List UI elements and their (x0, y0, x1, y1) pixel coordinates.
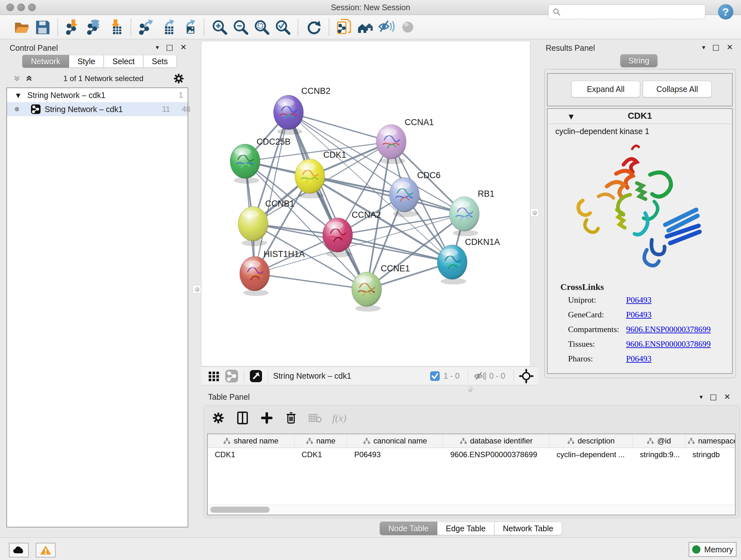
crosslink-row: Compartments:9606.ENSP00000378699 (568, 325, 728, 339)
birdseye-grid-icon[interactable] (207, 370, 220, 382)
left-splitter-handle[interactable] (193, 285, 201, 294)
show-columns-icon[interactable] (235, 411, 250, 425)
float-panel-icon[interactable]: □ (710, 392, 717, 401)
column-header-shared-name[interactable]: shared name (208, 434, 294, 448)
table-cell[interactable]: P06493 (347, 448, 443, 461)
tab-edge-table[interactable]: Edge Table (437, 522, 494, 535)
table-cell[interactable]: 9606.ENSP00000378699 (443, 448, 549, 461)
close-panel-icon[interactable]: ✕ (180, 43, 187, 52)
export-image-button[interactable] (178, 17, 199, 37)
crosslink-link[interactable]: 9606.ENSP00000378699 (626, 325, 711, 334)
close-panel-icon[interactable]: ✕ (727, 43, 733, 52)
table-cell[interactable]: stringdb (685, 448, 736, 461)
network-node-CDKN1A[interactable]: CDKN1A (437, 237, 500, 285)
column-header-canonical-name[interactable]: canonical name (347, 434, 443, 448)
tab-network[interactable]: Network (22, 55, 69, 68)
crosslink-link[interactable]: P06493 (626, 310, 651, 319)
network-row[interactable]: String Network – cdk1 11 48 (7, 102, 188, 116)
gene-card-header[interactable]: ▼ CDK1 (548, 109, 732, 124)
crosslink-link[interactable]: 9606.ENSP00000378699 (626, 339, 711, 349)
collapse-panel-icon[interactable]: ▾ (702, 44, 705, 51)
collapse-panel-icon[interactable]: ▾ (156, 44, 159, 51)
table-cell[interactable]: CDK1 (208, 448, 294, 461)
network-list-options-gear-icon[interactable] (173, 73, 185, 84)
collapse-all-networks-icon[interactable] (12, 74, 22, 83)
import-database-button[interactable] (84, 17, 105, 37)
table-cell[interactable]: CDK1 (294, 448, 347, 461)
tab-network-table[interactable]: Network Table (494, 522, 562, 535)
tree-expander-icon[interactable]: ▼ (16, 92, 20, 99)
string-gray-icon[interactable] (225, 369, 239, 383)
export-network-button[interactable] (136, 17, 157, 37)
hide-selected-button[interactable] (376, 17, 397, 37)
collapse-panel-icon[interactable]: ▾ (699, 393, 703, 401)
tab-sets[interactable]: Sets (143, 55, 177, 68)
right-splitter-handle[interactable] (530, 208, 539, 217)
tab-node-table[interactable]: Node Table (380, 522, 437, 535)
selected-checkbox-icon[interactable] (429, 371, 441, 381)
open-in-window-icon[interactable] (249, 369, 263, 383)
search-box[interactable] (548, 4, 705, 19)
crosslink-link[interactable]: P06493 (626, 295, 651, 305)
column-header-database-identifier[interactable]: database identifier (443, 434, 549, 448)
column-header-namespace[interactable]: namespace (685, 434, 736, 448)
table-row[interactable]: CDK1CDK1P064939606.ENSP00000378699cyclin… (208, 448, 735, 461)
show-all-button[interactable] (397, 17, 418, 37)
network-canvas[interactable]: CCNB2CCNA1CDC25BCDK1CDC6RB1CCNB1CCNA2CDK… (201, 41, 530, 367)
import-table-button[interactable] (105, 17, 126, 37)
import-network-button[interactable] (63, 17, 84, 37)
network-edge-CCNB2-CCNE1[interactable] (288, 112, 367, 289)
expand-all-networks-icon[interactable] (24, 74, 34, 83)
column-header-name[interactable]: name (294, 434, 347, 448)
search-input[interactable] (561, 7, 696, 17)
crosslink-link[interactable]: P06493 (626, 354, 651, 363)
zoom-out-button[interactable] (230, 17, 251, 37)
hscrollbar-thumb[interactable] (210, 507, 270, 513)
float-panel-icon[interactable]: □ (712, 43, 720, 52)
tab-string[interactable]: String (620, 54, 657, 67)
tab-select[interactable]: Select (104, 55, 143, 68)
network-graph[interactable]: CCNB2CCNA1CDC25BCDK1CDC6RB1CCNB1CCNA2CDK… (201, 41, 530, 366)
zoom-fit-button[interactable] (251, 17, 272, 37)
open-session-button[interactable] (11, 17, 32, 37)
table-options-gear-icon[interactable] (211, 411, 226, 425)
export-table-button[interactable] (157, 17, 178, 37)
table-cell[interactable]: stringdb:9... (633, 448, 685, 461)
column-header-id[interactable]: @id (633, 434, 685, 448)
network-node-CCNB2[interactable]: CCNB2 (273, 86, 331, 135)
save-session-button[interactable] (32, 17, 53, 37)
network-node-RB1[interactable]: RB1 (449, 189, 495, 236)
close-panel-icon[interactable]: ✕ (724, 392, 731, 401)
add-column-icon[interactable] (259, 411, 274, 425)
zoom-selected-button[interactable] (272, 17, 293, 37)
clone-network-button[interactable] (334, 17, 355, 37)
fit-selected-crosshair-icon[interactable] (519, 369, 534, 383)
control-panel: Control Panel ▾ □ ✕ NetworkStyleSelectSe… (3, 41, 192, 530)
home-button[interactable] (355, 17, 376, 37)
network-node-CCNA1[interactable]: CCNA1 (376, 118, 434, 164)
refresh-button[interactable] (303, 17, 324, 37)
network-node-CCNB1[interactable]: CCNB1 (238, 199, 294, 246)
expand-all-button[interactable]: Expand All (571, 81, 640, 98)
node-label-CCNB1: CCNB1 (265, 199, 294, 208)
column-header-description[interactable]: description (549, 434, 633, 448)
network-collection-row[interactable]: ▼ String Network – cdk1 1 (7, 88, 188, 102)
network-edge-CCNB2-CCNA1[interactable] (288, 112, 391, 142)
network-node-CDC25B[interactable]: CDC25B (230, 137, 291, 184)
table-cell[interactable]: cyclin–dependent ... (549, 448, 633, 461)
network-node-CCNE1[interactable]: CCNE1 (352, 264, 410, 312)
warnings-button[interactable] (36, 543, 56, 557)
network-node-HIST1H1A[interactable]: HIST1H1A (240, 249, 305, 296)
collapse-all-button[interactable]: Collapse All (643, 81, 712, 98)
cloud-status-button[interactable] (9, 543, 29, 557)
hidden-eye-icon[interactable] (473, 371, 486, 381)
float-panel-icon[interactable]: □ (166, 43, 173, 52)
tab-style[interactable]: Style (69, 55, 104, 68)
zoom-in-button[interactable] (209, 17, 230, 37)
network-edge-CDK1-RB1[interactable] (310, 176, 464, 214)
network-edge-HIST1H1A-CCNE1[interactable] (255, 273, 367, 289)
help-button[interactable]: ? (718, 4, 733, 19)
table-hscrollbar[interactable] (208, 505, 735, 515)
memory-button[interactable]: Memory (689, 542, 737, 557)
delete-column-trash-icon[interactable] (284, 411, 298, 425)
